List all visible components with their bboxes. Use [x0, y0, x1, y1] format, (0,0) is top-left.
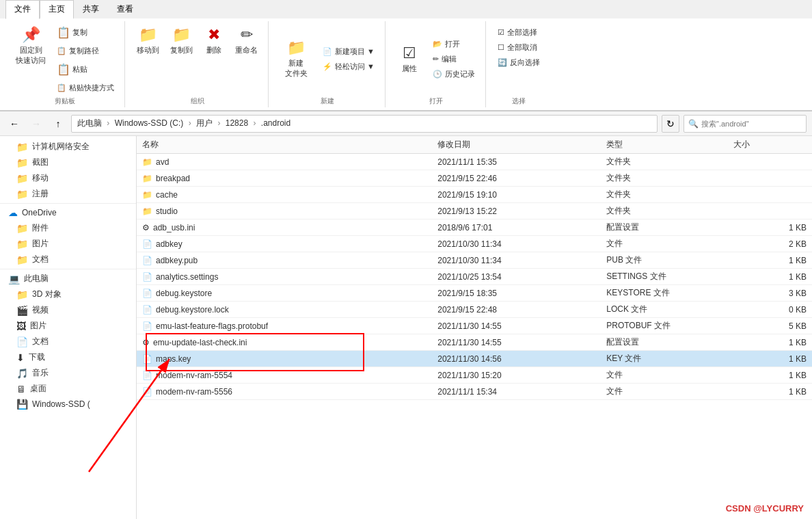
- paste-button[interactable]: 📋 粘贴: [52, 59, 119, 79]
- address-box[interactable]: 此电脑 › Windows-SSD (C:) › 用户 › 12828 › .a…: [71, 115, 658, 133]
- table-row[interactable]: 📄adbkey2021/10/30 11:34文件2 KB: [137, 236, 812, 252]
- sidebar-item-registry[interactable]: 📁 注册: [0, 186, 136, 202]
- search-box[interactable]: 🔍: [684, 115, 807, 133]
- history-button[interactable]: 🕒 历史记录: [428, 67, 480, 81]
- copy-path-icon: 📋: [57, 46, 66, 55]
- crumb-user: 12828: [226, 118, 248, 128]
- file-size: 1 KB: [728, 334, 813, 351]
- tab-file[interactable]: 文件: [5, 0, 40, 19]
- sidebar-label: 计算机网络安全: [32, 141, 90, 152]
- table-row[interactable]: 📄debug.keystore2021/9/15 18:35KEYSTORE 文…: [137, 285, 812, 302]
- file-icon: 📁: [142, 174, 152, 183]
- refresh-button[interactable]: ↻: [662, 115, 679, 133]
- folder-icon: 📁: [16, 189, 28, 200]
- doc-icon: 📄: [16, 336, 28, 347]
- new-buttons: 📁 新建 文件夹 📄 新建项目 ▼ ⚡ 轻松访问 ▼: [275, 23, 379, 95]
- file-size: 0 KB: [728, 302, 813, 318]
- deselect-all-icon: ☐: [498, 43, 504, 52]
- new-folder-button[interactable]: 📁 新建 文件夹: [275, 36, 316, 82]
- file-name: analytics.settings: [156, 272, 218, 282]
- col-header-type[interactable]: 类型: [601, 136, 727, 154]
- sidebar-item-3d[interactable]: 📁 3D 对象: [0, 287, 136, 302]
- sidebar-item-pictures-od[interactable]: 📁 图片: [0, 236, 136, 252]
- onedrive-icon: ☁: [8, 207, 18, 218]
- table-row[interactable]: 📄debug.keystore.lock2021/9/15 22:48LOCK …: [137, 302, 812, 318]
- paste-shortcut-button[interactable]: 📋 粘贴快捷方式: [52, 81, 119, 95]
- file-icon: 📄: [142, 272, 152, 282]
- sidebar-item-windows-ssd[interactable]: 💾 Windows-SSD (: [0, 397, 136, 412]
- copy-path-button[interactable]: 📋 复制路径: [52, 44, 119, 58]
- file-name: modem-nv-ram-5556: [156, 387, 232, 397]
- video-icon: 🎬: [16, 305, 28, 316]
- select-all-button[interactable]: ☑ 全部选择: [493, 25, 545, 40]
- table-row[interactable]: 📁avd2021/11/1 15:35文件夹: [137, 154, 812, 170]
- col-header-size[interactable]: 大小: [728, 136, 813, 154]
- sidebar-item-videos[interactable]: 🎬 视频: [0, 302, 136, 318]
- sidebar-item-onedrive[interactable]: ☁ OneDrive: [0, 205, 136, 220]
- deselect-all-button[interactable]: ☐ 全部取消: [493, 40, 545, 55]
- file-name-cell: 📄emu-last-feature-flags.protobuf: [137, 318, 432, 334]
- table-row[interactable]: 📄modem-nv-ram-55542021/11/30 15:20文件1 KB: [137, 367, 812, 384]
- easy-access-button[interactable]: ⚡ 轻松访问 ▼: [318, 59, 379, 74]
- file-type: LOCK 文件: [601, 302, 727, 318]
- sidebar-item-pictures[interactable]: 🖼 图片: [0, 318, 136, 334]
- folder-icon: 📁: [16, 173, 28, 184]
- new-folder-label2: 文件夹: [285, 68, 308, 79]
- sidebar-item-this-pc[interactable]: 💻 此电脑: [0, 271, 136, 287]
- tab-view[interactable]: 查看: [108, 0, 142, 18]
- copy-to-button[interactable]: 📁 复制到: [165, 23, 198, 59]
- invert-selection-button[interactable]: 🔄 反向选择: [493, 55, 545, 70]
- forward-button[interactable]: →: [27, 115, 45, 133]
- file-date: 2018/9/6 17:01: [432, 219, 601, 236]
- new-item-button[interactable]: 📄 新建项目 ▼: [318, 44, 379, 59]
- col-header-date[interactable]: 修改日期: [432, 136, 601, 154]
- file-type: KEYSTORE 文件: [601, 285, 727, 302]
- sidebar-item-mobile[interactable]: 📁 移动: [0, 170, 136, 186]
- table-row[interactable]: 📄maps.key2021/11/30 14:56KEY 文件1 KB: [137, 351, 812, 367]
- pin-button[interactable]: 📌 固定到 快速访问: [11, 23, 51, 69]
- file-icon: 📄: [142, 387, 152, 397]
- properties-button[interactable]: ☑ 属性: [392, 41, 427, 77]
- sidebar-item-attachments[interactable]: 📁 附件: [0, 220, 136, 236]
- table-row[interactable]: 📁cache2021/9/15 19:10文件夹: [137, 187, 812, 203]
- sidebar-item-desktop[interactable]: 🖥 桌面: [0, 381, 136, 397]
- tab-home[interactable]: 主页: [40, 0, 74, 19]
- tab-share[interactable]: 共享: [74, 0, 108, 18]
- up-button[interactable]: ↑: [49, 115, 67, 133]
- table-row[interactable]: 📄emu-last-feature-flags.protobuf2021/11/…: [137, 318, 812, 334]
- file-name: adbkey.pub: [156, 256, 198, 265]
- sidebar-item-documents[interactable]: 📄 文档: [0, 334, 136, 349]
- sidebar-item-music[interactable]: 🎵 音乐: [0, 365, 136, 381]
- sidebar-item-downloads[interactable]: ⬇ 下载: [0, 349, 136, 365]
- watermark: CSDN @LYCURRY: [726, 503, 804, 514]
- file-name: debug.keystore: [156, 289, 212, 298]
- copy-button[interactable]: 📋 复制: [52, 23, 119, 42]
- table-row[interactable]: 📁studio2021/9/13 15:22文件夹: [137, 203, 812, 219]
- table-row[interactable]: 📄analytics.settings2021/10/25 13:54SETTI…: [137, 269, 812, 285]
- table-row[interactable]: ⚙emu-update-last-check.ini2021/11/30 14:…: [137, 334, 812, 351]
- easy-access-icon: ⚡: [323, 62, 332, 71]
- table-row[interactable]: 📄modem-nv-ram-55562021/11/1 15:34文件1 KB: [137, 384, 812, 400]
- sidebar-item-documents-od[interactable]: 📁 文档: [0, 252, 136, 267]
- open-button[interactable]: 📂 打开: [428, 37, 480, 51]
- file-name: adbkey: [156, 239, 182, 249]
- file-type: 文件夹: [601, 154, 727, 170]
- edit-button[interactable]: ✏ 编辑: [428, 52, 480, 66]
- ribbon-content: 📌 固定到 快速访问 📋 复制 📋 复制路径: [0, 18, 812, 111]
- folder-icon: 📁: [16, 157, 28, 168]
- file-date: 2021/11/30 14:56: [432, 351, 601, 367]
- delete-button[interactable]: ✖ 删除: [199, 23, 229, 59]
- table-row[interactable]: 📄adbkey.pub2021/10/30 11:34PUB 文件1 KB: [137, 252, 812, 269]
- table-row[interactable]: 📁breakpad2021/9/15 22:46文件夹: [137, 170, 812, 187]
- sidebar-item-network-security[interactable]: 📁 计算机网络安全: [0, 139, 136, 155]
- col-header-name[interactable]: 名称: [137, 136, 432, 154]
- ribbon-group-new: 📁 新建 文件夹 📄 新建项目 ▼ ⚡ 轻松访问 ▼: [270, 21, 385, 107]
- sidebar-item-screenshots[interactable]: 📁 截图: [0, 155, 136, 170]
- back-button[interactable]: ←: [5, 115, 23, 133]
- download-icon: ⬇: [16, 352, 25, 363]
- search-input[interactable]: [701, 120, 802, 128]
- move-to-button[interactable]: 📁 移动到: [132, 23, 164, 59]
- rename-button[interactable]: ✏ 重命名: [230, 23, 262, 59]
- file-icon: ⚙: [142, 338, 150, 347]
- table-row[interactable]: ⚙adb_usb.ini2018/9/6 17:01配置设置1 KB: [137, 219, 812, 236]
